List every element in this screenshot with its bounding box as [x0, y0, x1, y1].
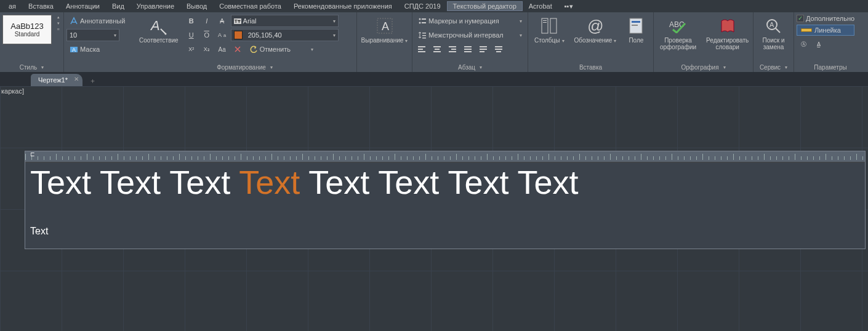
svg-rect-20: [451, 49, 456, 50]
char-set2-button[interactable]: A̲: [812, 38, 826, 50]
svg-rect-13: [418, 46, 425, 47]
undo-button[interactable]: Отменить ▾: [246, 43, 316, 55]
distribute-button[interactable]: [492, 43, 505, 55]
justification-button[interactable]: A Выравнивание: [358, 15, 412, 59]
menu-item-insert[interactable]: Вставка: [22, 1, 60, 11]
menu-item-acrobat[interactable]: Acrobat: [523, 1, 558, 11]
panel-title-insert[interactable]: Вставка: [531, 62, 651, 72]
symbol-button[interactable]: @ Обозначение: [571, 15, 621, 59]
panel-title-tools[interactable]: Сервис: [756, 62, 791, 72]
ruler-toggle[interactable]: Линейка: [797, 25, 854, 36]
annotative-icon: [70, 17, 78, 25]
menu-item-apps[interactable]: Рекомендованные приложения: [287, 1, 398, 11]
menu-item-0[interactable]: ая: [2, 1, 22, 11]
svg-text:A: A: [770, 21, 774, 28]
svg-rect-29: [495, 49, 502, 50]
undo-label: Отменить: [260, 46, 291, 53]
panel-style: AaBb123 Standard ▴▾≡ Стиль: [0, 12, 64, 72]
document-tab[interactable]: Чертеж1* ✕: [31, 74, 82, 86]
text-line-2[interactable]: Text: [30, 226, 860, 237]
text-style-preview[interactable]: AaBb123 Standard: [2, 15, 52, 44]
strike-button[interactable]: A: [215, 15, 229, 27]
superscript-button[interactable]: X²: [185, 43, 198, 55]
align-right-button[interactable]: [446, 43, 459, 55]
svg-rect-14: [418, 49, 423, 50]
columns-icon: [539, 16, 559, 36]
annotative-toggle[interactable]: Аннотативный: [66, 15, 128, 27]
text-line-1[interactable]: Text Text Text Text Text Text Text Text: [30, 165, 860, 200]
find-replace-button[interactable]: A Поиск и замена: [758, 15, 788, 59]
case-button[interactable]: Aa: [215, 43, 229, 55]
tab-close-icon[interactable]: ✕: [74, 76, 79, 82]
menu-item-view[interactable]: Вид: [106, 1, 131, 11]
spellcheck-label: Проверка орфографии: [660, 37, 696, 50]
char-set-button[interactable]: Ⓐ: [797, 38, 810, 50]
annotative-label: Аннотативный: [80, 17, 125, 25]
match-icon: A: [149, 16, 169, 36]
panel-options: Дополнительно Линейка Ⓐ A̲ Параметры: [794, 12, 867, 72]
panel-tools: A Поиск и замена Сервис: [753, 12, 794, 72]
svg-rect-30: [496, 51, 501, 52]
overline-button[interactable]: O: [200, 29, 214, 41]
linespacing-button[interactable]: Межстрочный интервал ▾: [415, 29, 525, 41]
justify2-button[interactable]: [476, 43, 490, 55]
book-icon: [718, 16, 737, 36]
panel-title-style[interactable]: Стиль: [2, 62, 61, 72]
columns-button[interactable]: Столбцы: [531, 15, 568, 59]
clear-format-button[interactable]: [231, 43, 244, 55]
menu-item-texteditor[interactable]: Текстовый редактор: [447, 1, 523, 11]
extra-toggle[interactable]: Дополнительно: [797, 15, 854, 22]
style-gallery-arrows[interactable]: ▴▾≡: [55, 15, 61, 33]
dictionaries-button[interactable]: Редактировать словари: [702, 15, 752, 59]
italic-button[interactable]: I: [200, 15, 214, 27]
panel-title-options[interactable]: Параметры: [797, 62, 864, 72]
menu-item-spds[interactable]: СПДС 2019: [398, 1, 447, 11]
svg-rect-24: [464, 51, 472, 52]
text-height-input[interactable]: 10▾: [66, 29, 119, 41]
text-ruler[interactable]: ⊏: [25, 151, 865, 162]
align-left-button[interactable]: [415, 43, 428, 55]
spellcheck-icon: ABC: [669, 16, 688, 36]
spellcheck-button[interactable]: ABC Проверка орфографии: [656, 15, 700, 59]
extra-checkbox[interactable]: [797, 15, 804, 22]
svg-point-3: [164, 33, 166, 35]
mask-icon: A: [70, 45, 78, 54]
font-name-input[interactable]: TᴛArial ▾: [231, 15, 339, 27]
bold-button[interactable]: B: [185, 15, 198, 27]
align-center-button[interactable]: [430, 43, 444, 55]
subscript-button[interactable]: Aa: [215, 29, 229, 41]
mtext-editor[interactable]: ⊏ Text Text Text Text Text Text Text Tex…: [25, 151, 866, 249]
find-label: Поиск и замена: [762, 37, 784, 50]
new-tab-button[interactable]: ＋: [86, 75, 98, 86]
clear-icon: [233, 45, 242, 54]
menu-item-collaborate[interactable]: Совместная работа: [213, 1, 287, 11]
text-content-area[interactable]: Text Text Text Text Text Text Text Text …: [25, 162, 865, 239]
drawing-canvas[interactable]: каркас] ⊏ Text Text Text Text Text Text …: [0, 86, 868, 331]
field-icon: [626, 16, 646, 36]
justify-button[interactable]: [461, 43, 475, 55]
field-label: Поле: [629, 37, 643, 44]
panel-spell: ABC Проверка орфографии Редактировать сл…: [654, 12, 753, 72]
svg-rect-37: [632, 25, 638, 26]
menu-item-manage[interactable]: Управление: [131, 1, 180, 11]
menu-bar: ая Вставка Аннотации Вид Управление Выво…: [0, 0, 868, 12]
menu-overflow[interactable]: ▪▪▾: [558, 1, 579, 12]
menu-item-annotations[interactable]: Аннотации: [60, 1, 106, 11]
bullets-icon: [418, 17, 427, 25]
field-button[interactable]: Поле: [622, 15, 649, 59]
panel-paragraph: Маркеры и нумерация ▾ Межстрочный интерв…: [412, 12, 528, 72]
text-color-input[interactable]: 205,105,40 ▾: [231, 29, 339, 41]
align-label: Выравнивание: [361, 37, 408, 44]
panel-title-paragraph[interactable]: Абзац: [415, 62, 525, 72]
truetype-icon: Tᴛ: [234, 18, 241, 24]
panel-title-spell[interactable]: Орфография: [656, 62, 750, 72]
menu-item-output[interactable]: Вывод: [180, 1, 213, 11]
sub-button[interactable]: X₂: [200, 43, 214, 55]
panel-title-format[interactable]: Форматирование: [135, 62, 354, 72]
mask-button[interactable]: A Маска: [66, 43, 128, 55]
bullets-button[interactable]: Маркеры и нумерация ▾: [415, 15, 525, 27]
style-preview-text: AaBb123: [10, 22, 44, 31]
underline-button[interactable]: U: [185, 29, 198, 41]
match-properties-button[interactable]: A Соответствие: [135, 15, 182, 59]
ruler-indent-marker[interactable]: ⊏: [30, 151, 35, 158]
